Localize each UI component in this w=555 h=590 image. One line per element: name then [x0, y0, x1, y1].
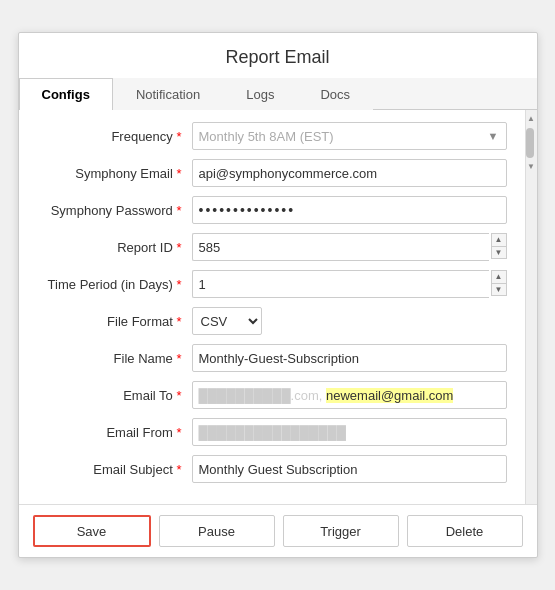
file-format-row: File Format * CSV XLS JSON [37, 307, 507, 335]
scroll-down-arrow[interactable]: ▼ [526, 160, 536, 172]
email-subject-row: Email Subject * [37, 455, 507, 483]
time-period-row: Time Period (in Days) * ▲ ▼ [37, 270, 507, 298]
email-subject-label: Email Subject * [37, 462, 192, 477]
content-area: Frequency * Monthly 5th 8AM (EST) ▼ Symp… [19, 110, 537, 504]
pause-button[interactable]: Pause [159, 515, 275, 547]
file-format-label: File Format * [37, 314, 192, 329]
report-id-spinner: ▲ ▼ [491, 233, 507, 261]
email-subject-input[interactable] [192, 455, 507, 483]
email-to-highlighted: newemail@gmail.com [326, 388, 453, 403]
tab-configs[interactable]: Configs [19, 78, 113, 110]
time-period-spinner-wrapper: ▲ ▼ [192, 270, 507, 298]
scrollbar: ▲ ▼ [525, 110, 537, 504]
report-id-input[interactable] [192, 233, 489, 261]
email-from-field[interactable]: ████████████████ [192, 418, 507, 446]
scroll-thumb[interactable] [526, 128, 534, 158]
file-format-select[interactable]: CSV XLS JSON [192, 307, 262, 335]
tab-logs[interactable]: Logs [223, 78, 297, 110]
file-format-select-wrapper: CSV XLS JSON [192, 307, 262, 335]
scroll-up-arrow[interactable]: ▲ [526, 112, 536, 124]
form-area: Frequency * Monthly 5th 8AM (EST) ▼ Symp… [19, 110, 525, 504]
report-id-spinner-wrapper: ▲ ▼ [192, 233, 507, 261]
email-from-blurred: ████████████████ [199, 425, 346, 440]
frequency-label: Frequency * [37, 129, 192, 144]
report-id-increment[interactable]: ▲ [491, 233, 507, 246]
save-button[interactable]: Save [33, 515, 151, 547]
email-from-row: Email From * ████████████████ [37, 418, 507, 446]
report-id-decrement[interactable]: ▼ [491, 246, 507, 259]
file-name-label: File Name * [37, 351, 192, 366]
email-to-label: Email To * [37, 388, 192, 403]
email-to-row: Email To * ██████████.com, newemail@gmai… [37, 381, 507, 409]
symphony-email-label: Symphony Email * [37, 166, 192, 181]
delete-button[interactable]: Delete [407, 515, 523, 547]
frequency-dropdown-wrapper: Monthly 5th 8AM (EST) ▼ [192, 122, 507, 150]
symphony-password-row: Symphony Password * [37, 196, 507, 224]
email-to-blurred: ██████████.com, [199, 388, 327, 403]
report-email-window: Report Email Configs Notification Logs D… [18, 32, 538, 558]
trigger-button[interactable]: Trigger [283, 515, 399, 547]
report-id-row: Report ID * ▲ ▼ [37, 233, 507, 261]
email-from-label: Email From * [37, 425, 192, 440]
time-period-input[interactable] [192, 270, 489, 298]
page-title: Report Email [19, 33, 537, 78]
frequency-row: Frequency * Monthly 5th 8AM (EST) ▼ [37, 122, 507, 150]
time-period-spinner: ▲ ▼ [491, 270, 507, 298]
symphony-password-input[interactable] [192, 196, 507, 224]
email-to-field[interactable]: ██████████.com, newemail@gmail.com [192, 381, 507, 409]
time-period-increment[interactable]: ▲ [491, 270, 507, 283]
tab-docs[interactable]: Docs [297, 78, 373, 110]
symphony-email-row: Symphony Email * [37, 159, 507, 187]
frequency-select[interactable]: Monthly 5th 8AM (EST) [192, 122, 507, 150]
footer-buttons: Save Pause Trigger Delete [19, 504, 537, 557]
time-period-label: Time Period (in Days) * [37, 277, 192, 292]
file-name-row: File Name * [37, 344, 507, 372]
report-id-label: Report ID * [37, 240, 192, 255]
tab-notification[interactable]: Notification [113, 78, 223, 110]
symphony-email-input[interactable] [192, 159, 507, 187]
file-name-input[interactable] [192, 344, 507, 372]
tab-bar: Configs Notification Logs Docs [19, 78, 537, 110]
symphony-password-label: Symphony Password * [37, 203, 192, 218]
time-period-decrement[interactable]: ▼ [491, 283, 507, 296]
